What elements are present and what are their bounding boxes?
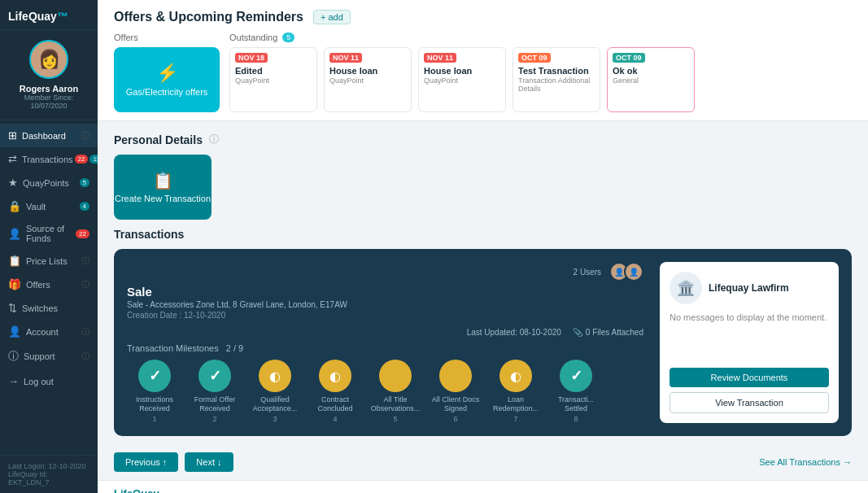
transactions-section: Transactions 2 Users 👤 👤 Sale Sale - Acc… — [98, 220, 868, 444]
sidebar-item-label: QuayPoints — [23, 178, 78, 188]
firm-actions: Review Documents View Transaction — [670, 368, 829, 413]
nav-badge: 22 — [76, 229, 89, 238]
avatar: 👩 — [29, 40, 68, 79]
no-messages: No messages to display at the moment. — [670, 312, 829, 361]
sidebar: LifeQuay™ 👩 Rogers Aaron Member Since: 1… — [0, 0, 98, 493]
sidebar-item-support[interactable]: ⓘ Support ⓘ — [0, 343, 98, 369]
milestone-circle — [499, 360, 532, 392]
files-attached: 📎 0 Files Attached — [573, 328, 643, 337]
sidebar-logo: LifeQuay™ — [0, 0, 98, 30]
sidebar-item-label: Offers — [26, 280, 80, 290]
nav-info-icon: ⓘ — [81, 351, 89, 362]
transaction-card: 2 Users 👤 👤 Sale Sale - Accessories Zone… — [114, 249, 852, 436]
offers-icon: 🎁 — [8, 278, 21, 290]
users-label: 2 Users — [574, 268, 601, 277]
milestone: Instructions Received 1 — [127, 360, 182, 423]
page-header: Offers & Upcoming Reminders + add Offers… — [98, 0, 868, 121]
sidebar-item-label: Switches — [22, 303, 89, 313]
milestone-label: Transacti... Settled — [548, 395, 604, 413]
reminder-card[interactable]: OCT 09 Test Trasnaction Transaction Addi… — [513, 47, 600, 112]
sidebar-item-price-lists[interactable]: 📋 Price Lists ⓘ — [0, 249, 98, 273]
add-button[interactable]: + add — [313, 10, 351, 24]
offers-row: Offers ⚡ Gas/Electricity offers Outstand… — [114, 33, 852, 112]
footer-nav: Previous ↑ Next ↓ See All Transactions → — [98, 444, 868, 480]
sidebar-item-switches[interactable]: ⇅ Switches — [0, 296, 98, 320]
firm-avatar: 🏛️ — [670, 272, 702, 304]
reminder-card[interactable]: OCT 09 Ok ok General — [607, 47, 695, 112]
info-icon[interactable]: ⓘ — [209, 133, 219, 146]
sidebar-item-offers[interactable]: 🎁 Offers ⓘ — [0, 273, 98, 296]
next-button[interactable]: Next ↓ — [185, 452, 233, 472]
milestone-num: 4 — [333, 415, 337, 423]
reminder-card[interactable]: NOV 18 Edited QuayPoint — [229, 47, 317, 112]
milestone-num: 5 — [393, 415, 397, 423]
sidebar-item-vault[interactable]: 🔒 Vault 4 — [0, 194, 98, 218]
reminder-title: Ok ok — [613, 66, 689, 76]
account-icon: 👤 — [8, 325, 21, 338]
milestone-label: Contract Concluded — [308, 395, 363, 413]
sidebar-item-account[interactable]: 👤 Account ⓘ — [0, 320, 98, 343]
review-documents-button[interactable]: Review Documents — [670, 368, 829, 387]
milestone-label: All Title Observations... — [368, 395, 423, 413]
sidebar-item-dashboard[interactable]: ⊞ Dashboard ⓘ — [0, 124, 98, 147]
previous-button[interactable]: Previous ↑ — [114, 452, 178, 472]
offers-section: Offers ⚡ Gas/Electricity offers — [114, 33, 220, 112]
dashboard-icon: ⊞ — [8, 129, 17, 142]
page-footer: LifeQuay Life made simple Terms & Condit… — [98, 480, 868, 493]
reminder-subtitle: QuayPoint — [424, 76, 500, 85]
offer-label: Gas/Electricity offers — [126, 87, 208, 97]
reminder-card[interactable]: NOV 11 House loan QuayPoint — [418, 47, 506, 112]
outstanding-label: Outstanding — [229, 33, 277, 42]
switches-icon: ⇅ — [8, 302, 17, 314]
create-transaction-card[interactable]: 📋 Create New Transaction — [114, 155, 212, 220]
user-name: Rogers Aaron — [20, 84, 78, 94]
transaction-main: 2 Users 👤 👤 Sale Sale - Accessories Zone… — [127, 262, 643, 423]
nav-badge: 22 — [75, 155, 89, 164]
transactions-icon: ⇄ — [8, 153, 17, 165]
reminder-card[interactable]: NOV 11 House loan QuayPoint — [324, 47, 412, 112]
nav-info-icon: ⓘ — [81, 326, 89, 338]
reminder-subtitle: QuayPoint — [329, 76, 406, 85]
transaction-creation: Creation Date : 12-10-2020 — [127, 311, 643, 320]
date-badge: NOV 11 — [424, 53, 456, 63]
personal-details-title: Personal Details — [114, 133, 203, 146]
offers-label: Offers — [114, 33, 220, 42]
transaction-type: Sale — [127, 285, 643, 299]
sidebar-profile: 👩 Rogers Aaron Member Since: 10/07/2020 — [0, 30, 98, 120]
milestone: Transacti... Settled 8 — [548, 360, 604, 423]
sidebar-item-label: Transactions — [22, 155, 73, 164]
sidebar-item-source-of-funds[interactable]: 👤 Source of Funds 22 — [0, 218, 98, 249]
offer-icon: ⚡ — [156, 63, 178, 84]
sidebar-item-quaypoints[interactable]: ★ QuayPoints 5 — [0, 171, 98, 194]
reminder-title: House loan — [329, 66, 406, 76]
transaction-address: Sale - Accessories Zone Ltd, 8 Gravel La… — [127, 300, 643, 309]
milestone-num: 8 — [574, 415, 578, 423]
milestone-circle — [439, 360, 472, 392]
date-badge: OCT 09 — [613, 53, 645, 63]
milestone: All Client Docs Signed 6 — [428, 360, 483, 423]
outstanding-cards: NOV 18 Edited QuayPoint NOV 11 House loa… — [229, 47, 852, 112]
nav-info-icon: ⓘ — [81, 279, 89, 290]
milestone-num: 6 — [453, 415, 457, 423]
view-transaction-button[interactable]: View Transaction — [670, 392, 829, 413]
milestone-num: 3 — [273, 415, 277, 423]
nav-info-icon: ⓘ — [81, 130, 89, 142]
nav-info-icon: ⓘ — [81, 255, 89, 267]
sidebar-item-label: Dashboard — [22, 131, 80, 141]
firm-panel: 🏛️ Lifequay Lawfirm No messages to displ… — [660, 262, 839, 423]
see-all-transactions[interactable]: See All Transactions → — [759, 457, 852, 467]
quaypoints-icon: ★ — [8, 177, 18, 189]
milestone-num: 7 — [513, 415, 517, 423]
date-badge: NOV 18 — [235, 53, 268, 63]
reminder-subtitle: QuayPoint — [235, 76, 312, 85]
gas-electricity-offer-card[interactable]: ⚡ Gas/Electricity offers — [114, 47, 220, 112]
sidebar-item-logout[interactable]: → Log out — [0, 369, 98, 393]
sidebar-item-transactions[interactable]: ⇄ Transactions 22 157 — [0, 147, 98, 171]
sidebar-item-label: Support — [24, 351, 80, 361]
sidebar-item-label: Account — [26, 327, 80, 337]
reminder-title: House loan — [424, 66, 500, 76]
milestone: Qualified Acceptance... 3 — [247, 360, 303, 423]
milestone-label: Qualified Acceptance... — [247, 395, 303, 413]
milestone-circle — [319, 360, 351, 392]
milestones-progress: 2 / 9 — [226, 343, 243, 353]
